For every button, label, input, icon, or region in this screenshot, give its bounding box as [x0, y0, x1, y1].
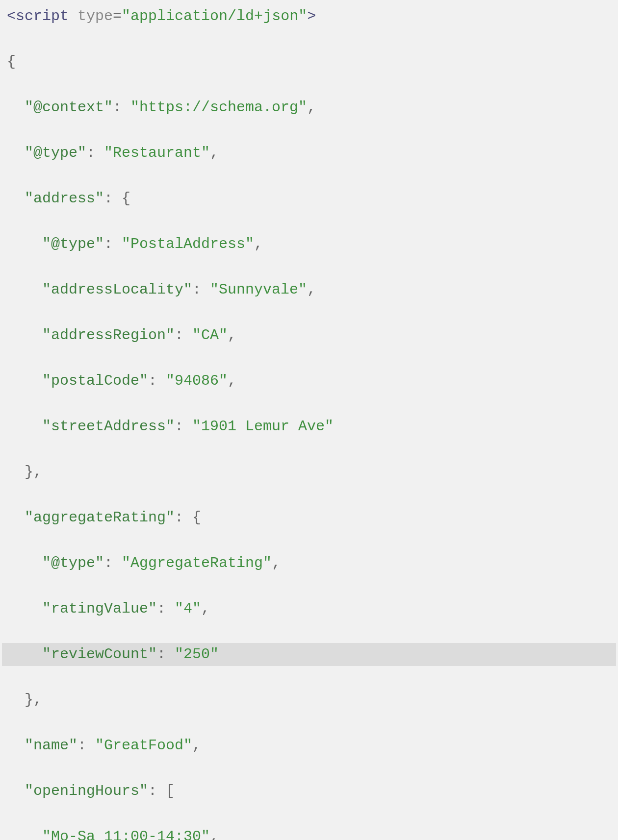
token-punct: , — [254, 236, 263, 252]
code-line: <script type="application/ld+json"> — [2, 5, 616, 28]
code-line: "name": "GreatFood", — [2, 734, 616, 757]
script-attr-value: "application/ld+json" — [122, 8, 307, 25]
token-punct: : { — [104, 190, 130, 207]
token-punct: , — [228, 327, 236, 344]
code-line: "ratingValue": "4", — [2, 597, 616, 620]
token-key: "@type" — [42, 555, 104, 571]
token-str: "250" — [175, 646, 219, 663]
code-line: "addressLocality": "Sunnyvale", — [2, 278, 616, 301]
token-punct: : — [157, 600, 175, 617]
token-punct: , — [201, 600, 210, 617]
token-key: "addressRegion" — [42, 327, 175, 344]
token-key: "reviewCount" — [42, 646, 157, 663]
token-key: "postalCode" — [42, 372, 148, 389]
token-str: "Mo-Sa 11:00-14:30" — [42, 828, 210, 840]
code-line: "address": { — [2, 187, 616, 210]
code-line: "@context": "https://schema.org", — [2, 96, 616, 119]
token-punct: : — [192, 281, 210, 298]
token-punct: : — [148, 372, 166, 389]
token-punct: : — [175, 418, 192, 435]
script-attr-name: type — [69, 8, 113, 25]
token-str: "4" — [175, 600, 201, 617]
token-punct: : — [157, 646, 175, 663]
code-line: "addressRegion": "CA", — [2, 324, 616, 347]
token-str: "1901 Lemur Ave" — [192, 418, 334, 435]
token-str: "Sunnyvale" — [210, 281, 307, 298]
token-str: "https://schema.org" — [130, 99, 307, 116]
token-punct: : — [77, 737, 95, 754]
token-punct: : — [104, 236, 122, 252]
token-punct: }, — [25, 464, 42, 480]
token-key: "streetAddress" — [42, 418, 175, 435]
code-line: }, — [2, 461, 616, 484]
token-key: "aggregateRating" — [25, 509, 175, 526]
token-key: "address" — [25, 190, 104, 207]
token-punct: { — [7, 53, 16, 70]
code-line: "openingHours": [ — [2, 780, 616, 803]
code-line: "@type": "PostalAddress", — [2, 233, 616, 256]
token-punct: , — [307, 99, 316, 116]
token-punct: }, — [25, 692, 42, 708]
token-punct: : — [104, 555, 122, 571]
code-line: { — [2, 50, 616, 74]
token-punct: : — [113, 99, 130, 116]
code-line: "aggregateRating": { — [2, 506, 616, 529]
token-punct: , — [192, 737, 201, 754]
code-line: "@type": "Restaurant", — [2, 142, 616, 165]
token-str: "AggregateRating" — [122, 555, 272, 571]
token-key: "addressLocality" — [42, 281, 192, 298]
token-key: "@type" — [25, 145, 86, 161]
code-line: }, — [2, 689, 616, 712]
code-block: <script type="application/ld+json"> { "@… — [0, 0, 618, 840]
token-key: "@context" — [25, 99, 113, 116]
token-key: "ratingValue" — [42, 600, 157, 617]
token-punct: , — [228, 372, 236, 389]
token-punct: , — [210, 145, 219, 161]
token-punct: : [ — [148, 783, 175, 799]
script-tag-open: <script — [7, 8, 69, 25]
token-punct: , — [307, 281, 316, 298]
token-punct: : — [175, 327, 192, 344]
token-punct: , — [210, 828, 219, 840]
token-str: "GreatFood" — [95, 737, 192, 754]
code-line: "@type": "AggregateRating", — [2, 552, 616, 575]
token-key: "name" — [25, 737, 77, 754]
token-key: "@type" — [42, 236, 104, 252]
token-key: "openingHours" — [25, 783, 148, 799]
code-line: "reviewCount": "250" — [2, 643, 616, 666]
token-str: "Restaurant" — [104, 145, 210, 161]
token-str: "PostalAddress" — [122, 236, 254, 252]
token-str: "CA" — [192, 327, 228, 344]
code-line: "streetAddress": "1901 Lemur Ave" — [2, 415, 616, 438]
token-punct: , — [272, 555, 281, 571]
code-line: "postalCode": "94086", — [2, 370, 616, 393]
token-punct: : { — [175, 509, 201, 526]
token-punct: : — [86, 145, 104, 161]
token-str: "94086" — [166, 372, 228, 389]
code-line: "Mo-Sa 11:00-14:30", — [2, 825, 616, 840]
